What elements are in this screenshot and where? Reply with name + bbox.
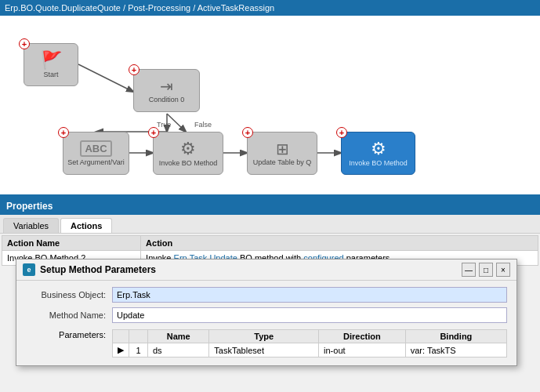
node-invoke2-icon: ⚙ (371, 140, 386, 158)
node-setarg-add[interactable]: + (58, 127, 69, 138)
properties-header: Properties (0, 198, 540, 215)
params-row-name: ds (148, 343, 209, 358)
params-row-type: TaskTableset (209, 343, 319, 358)
business-object-input[interactable] (112, 287, 507, 303)
params-row-binding: var: TaskTS (405, 343, 506, 358)
node-condition0[interactable]: + ⇥ Condition 0 (133, 69, 200, 112)
params-row-arrow: ▶ (113, 343, 129, 358)
params-grid-container: Name Type Direction Binding ▶ (112, 328, 507, 358)
breadcrumb: Erp.BO.Quote.DuplicateQuote / Post-Proce… (0, 0, 540, 16)
node-start-icon: 🚩 (41, 52, 62, 69)
node-invoke2[interactable]: + ⚙ Invoke BO Method (341, 132, 415, 175)
svg-line-0 (78, 64, 133, 92)
col-action: Action (141, 236, 538, 251)
setup-method-dialog: e Setup Method Parameters — □ × Business… (16, 259, 517, 366)
parameters-row: Parameters: Name Type Direction Binding (26, 328, 507, 358)
params-row-num: 1 (129, 343, 148, 358)
method-name-label: Method Name: (26, 310, 112, 320)
node-update-icon: ⊞ (276, 141, 289, 157)
method-name-row: Method Name: (26, 307, 507, 323)
tabs-bar: Variables Actions (0, 215, 540, 234)
dialog-maximize-button[interactable]: □ (479, 263, 493, 277)
node-start[interactable]: + 🚩 Start (24, 43, 78, 86)
svg-text:False: False (194, 121, 212, 129)
node-start-add[interactable]: + (19, 38, 30, 49)
svg-line-3 (167, 114, 186, 132)
dialog-titlebar: e Setup Method Parameters — □ × (16, 260, 516, 281)
method-name-input[interactable] (112, 307, 507, 323)
params-col-direction: Direction (319, 330, 406, 343)
params-row-direction: in-out (319, 343, 406, 358)
params-col-num (129, 330, 148, 343)
parameters-label: Parameters: (26, 328, 112, 339)
col-action-name: Action Name (2, 236, 141, 251)
dialog-window-controls: — □ × (462, 263, 510, 277)
tab-actions[interactable]: Actions (60, 218, 112, 233)
params-row: ▶ 1 ds TaskTableset in-out var: TaskTS (113, 343, 507, 358)
node-condition0-add[interactable]: + (129, 64, 140, 75)
node-update-add[interactable]: + (242, 127, 253, 138)
dialog-title-text: Setup Method Parameters (40, 264, 156, 275)
node-update[interactable]: + ⊞ Update Table by Q (247, 132, 317, 175)
dialog-close-button[interactable]: × (496, 263, 510, 277)
dialog-content: Business Object: Method Name: Parameters… (16, 281, 516, 365)
params-table: Name Type Direction Binding ▶ (112, 329, 507, 358)
business-object-label: Business Object: (26, 290, 112, 299)
node-invoke1-icon: ⚙ (180, 140, 196, 158)
node-invoke2-add[interactable]: + (336, 127, 347, 138)
svg-text:True: True (157, 121, 171, 129)
node-setarg-icon: ABC (80, 140, 111, 157)
params-col-type: Type (209, 330, 319, 343)
properties-panel: Properties Variables Actions Action Name… (0, 196, 540, 392)
node-condition0-icon: ⇥ (160, 78, 173, 94)
params-col-arrow (113, 330, 129, 343)
params-col-name: Name (148, 330, 209, 343)
workflow-canvas: True False + 🚩 Start + ⇥ Condition 0 + A… (0, 16, 540, 196)
node-setarg[interactable]: + ABC Set Argument/Vari (63, 132, 129, 175)
dialog-title-icon: e (23, 263, 35, 276)
business-object-row: Business Object: (26, 287, 507, 303)
params-col-binding: Binding (405, 330, 506, 343)
tab-variables[interactable]: Variables (3, 218, 59, 233)
node-invoke1[interactable]: + ⚙ Invoke BO Method (153, 132, 223, 175)
node-invoke1-add[interactable]: + (148, 127, 159, 138)
dialog-minimize-button[interactable]: — (462, 263, 476, 277)
